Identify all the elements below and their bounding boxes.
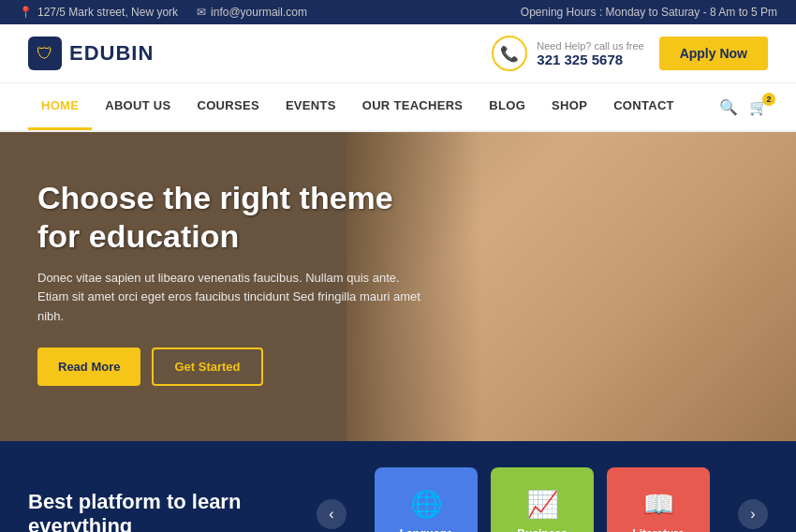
hero-section: Choose the right theme for education Don… — [0, 132, 796, 441]
address-item: 📍 127/5 Mark street, New york — [19, 6, 178, 19]
nav-links: HOME ABOUT US COURSES EVENTS OUR TEACHER… — [28, 83, 687, 130]
nav-item-events[interactable]: EVENTS — [273, 83, 349, 130]
phone-number: 321 325 5678 — [537, 52, 643, 67]
phone-section: 📞 Need Help? call us free 321 325 5678 — [492, 36, 643, 71]
carousel-next-button[interactable]: › — [738, 499, 768, 529]
nav-item-about[interactable]: ABOUT US — [92, 83, 184, 130]
header-right: 📞 Need Help? call us free 321 325 5678 A… — [492, 36, 768, 71]
hero-buttons: Read More Get Started — [37, 347, 431, 386]
apply-now-button[interactable]: Apply Now — [659, 37, 768, 70]
phone-info: Need Help? call us free 321 325 5678 — [537, 40, 643, 67]
nav-item-blog[interactable]: BLOG — [476, 83, 538, 130]
location-icon: 📍 — [19, 6, 33, 19]
nav-item-shop[interactable]: SHOP — [538, 83, 600, 130]
logo[interactable]: 🛡 EDUBIN — [28, 37, 154, 70]
address-text: 127/5 Mark street, New york — [37, 6, 178, 19]
email-text: info@yourmail.com — [211, 6, 307, 19]
main-nav: HOME ABOUT US COURSES EVENTS OUR TEACHER… — [0, 83, 796, 132]
top-bar: 📍 127/5 Mark street, New york ✉ info@you… — [0, 0, 796, 24]
hero-content: Choose the right theme for education Don… — [0, 132, 468, 433]
logo-icon: 🛡 — [28, 37, 62, 70]
cart-icon[interactable]: 🛒 2 — [749, 98, 768, 116]
logo-text: EDUBIN — [69, 41, 154, 66]
nav-item-teachers[interactable]: OUR TEACHERS — [349, 83, 477, 130]
bottom-tagline: Best platform to learn everything — [28, 490, 288, 532]
carousel-prev-button[interactable]: ‹ — [317, 499, 346, 529]
nav-item-courses[interactable]: COURSES — [184, 83, 273, 130]
need-help-text: Need Help? call us free — [537, 40, 643, 52]
literature-icon: 📖 — [642, 489, 675, 520]
category-card-business[interactable]: 📈 Business — [491, 467, 594, 532]
business-label: Business — [517, 527, 567, 533]
nav-item-contact[interactable]: CONTACT — [600, 83, 687, 130]
top-bar-left: 📍 127/5 Mark street, New york ✉ info@you… — [19, 6, 307, 19]
category-cards: 🌐 Language 📈 Business 📖 Literature — [375, 467, 710, 532]
read-more-button[interactable]: Read More — [37, 347, 140, 386]
header: 🛡 EDUBIN 📞 Need Help? call us free 321 3… — [0, 24, 796, 83]
get-started-button[interactable]: Get Started — [152, 347, 262, 386]
email-icon: ✉ — [197, 6, 206, 19]
nav-icons: 🔍 🛒 2 — [719, 98, 768, 116]
hero-description: Donec vitae sapien ut libearo venenatis … — [37, 269, 431, 327]
cart-badge: 2 — [762, 93, 775, 106]
language-icon: 🌐 — [410, 489, 443, 520]
language-label: Language — [400, 527, 453, 533]
bottom-section: Best platform to learn everything ‹ 🌐 La… — [0, 441, 796, 532]
search-icon[interactable]: 🔍 — [719, 98, 738, 116]
category-card-literature[interactable]: 📖 Literature — [607, 467, 710, 532]
hours-text: Opening Hours : Monday to Saturay - 8 Am… — [521, 6, 777, 19]
email-item: ✉ info@yourmail.com — [197, 6, 307, 19]
business-icon: 📈 — [526, 489, 559, 520]
nav-item-home[interactable]: HOME — [28, 83, 92, 130]
hero-title: Choose the right theme for education — [37, 179, 431, 256]
literature-label: Literature — [632, 527, 684, 533]
phone-icon: 📞 — [492, 36, 527, 71]
category-card-language[interactable]: 🌐 Language — [375, 467, 478, 532]
